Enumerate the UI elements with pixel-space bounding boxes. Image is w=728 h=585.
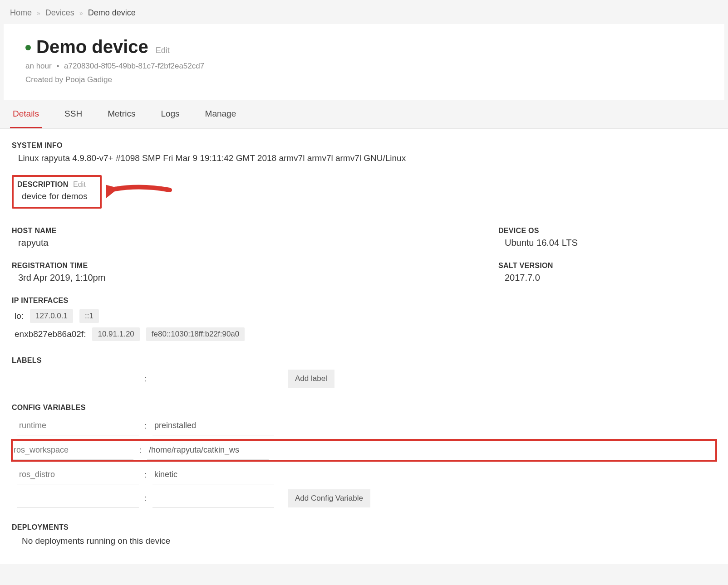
config-variables-label: CONFIG VARIABLES xyxy=(12,404,716,412)
config-var-row: ros_distro : kinetic xyxy=(12,465,716,484)
tab-manage[interactable]: Manage xyxy=(202,100,239,128)
ip-chip: 10.91.1.20 xyxy=(92,327,139,341)
created-by-value: Pooja Gadige xyxy=(65,75,112,84)
device-uuid: a720830d-8f05-49bb-81c7-f2bf2ea52cd7 xyxy=(64,62,204,70)
labels-label: LABELS xyxy=(12,356,716,365)
deployments-value: No deployments running on this device xyxy=(12,536,716,546)
created-by-label: Created by xyxy=(25,75,63,84)
description-highlight-box: DESCRIPTION Edit device for demos xyxy=(12,175,102,209)
add-label-button[interactable]: Add label xyxy=(288,370,334,388)
annotation-arrow-icon xyxy=(106,179,174,203)
breadcrumb-devices[interactable]: Devices xyxy=(45,8,74,17)
salt-version-value: 2017.7.0 xyxy=(498,273,635,283)
ip-interface-name: enxb827eb86a02f: xyxy=(15,329,86,339)
system-info-label: SYSTEM INFO xyxy=(12,141,716,150)
ip-chip: fe80::1030:18ff:b22f:90a0 xyxy=(146,327,245,341)
label-value-input[interactable] xyxy=(152,369,274,388)
left-column: HOST NAME rapyuta REGISTRATION TIME 3rd … xyxy=(12,227,148,297)
ip-interface-row: lo: 127.0.0.1 ::1 xyxy=(12,309,716,323)
config-var-value[interactable]: kinetic xyxy=(152,465,274,484)
config-var-row-new: : Add Config Variable xyxy=(12,489,716,508)
labels-section: LABELS : Add label xyxy=(12,356,716,388)
description-value: device for demos xyxy=(17,191,93,201)
registration-time-value: 3rd Apr 2019, 1:10pm xyxy=(12,273,148,283)
device-age: an hour xyxy=(25,62,52,70)
deployments-label: DEPLOYMENTS xyxy=(12,523,716,531)
salt-version-label: SALT VERSION xyxy=(498,262,635,270)
deployments-section: DEPLOYMENTS No deployments running on th… xyxy=(12,523,716,546)
status-dot-online-icon xyxy=(25,45,31,50)
ip-interfaces-section: IP INTERFACES lo: 127.0.0.1 ::1 enxb827e… xyxy=(12,297,716,341)
config-var-key[interactable]: runtime xyxy=(17,416,139,435)
ip-interface-name: lo: xyxy=(15,311,24,321)
config-var-key[interactable]: ros_workspace xyxy=(12,441,133,460)
device-os-label: DEVICE OS xyxy=(498,227,635,235)
kv-separator: : xyxy=(137,446,143,455)
config-var-key-input[interactable] xyxy=(17,489,139,508)
breadcrumb-sep: » xyxy=(79,10,83,17)
ip-interfaces-label: IP INTERFACES xyxy=(12,297,716,305)
tab-details[interactable]: Details xyxy=(10,100,42,128)
ip-chip: 127.0.0.1 xyxy=(30,309,73,323)
host-name-label: HOST NAME xyxy=(12,227,148,235)
description-label: DESCRIPTION xyxy=(17,180,69,188)
kv-separator: : xyxy=(143,421,149,431)
tabs: Details SSH Metrics Logs Manage xyxy=(0,100,728,129)
config-var-row: runtime : preinstalled xyxy=(12,416,716,435)
tab-metrics[interactable]: Metrics xyxy=(105,100,138,128)
ip-interface-row: enxb827eb86a02f: 10.91.1.20 fe80::1030:1… xyxy=(12,327,716,341)
edit-device-link[interactable]: Edit xyxy=(156,46,170,55)
host-name-value: rapyuta xyxy=(12,238,148,248)
breadcrumb-current: Demo device xyxy=(88,8,136,17)
tab-logs[interactable]: Logs xyxy=(158,100,182,128)
kv-separator: : xyxy=(143,494,149,503)
system-info-value: Linux rapyuta 4.9.80-v7+ #1098 SMP Fri M… xyxy=(12,153,716,163)
kv-separator: : xyxy=(143,374,149,384)
config-variables-section: CONFIG VARIABLES runtime : preinstalled … xyxy=(12,404,716,508)
description-section: DESCRIPTION Edit device for demos xyxy=(12,175,716,209)
right-column: DEVICE OS Ubuntu 16.04 LTS SALT VERSION … xyxy=(498,227,635,297)
registration-time-label: REGISTRATION TIME xyxy=(12,262,148,270)
breadcrumb: Home » Devices » Demo device xyxy=(0,0,728,24)
meta-sep: • xyxy=(56,62,59,70)
breadcrumb-sep: » xyxy=(37,10,40,17)
tab-ssh[interactable]: SSH xyxy=(62,100,85,128)
label-key-input[interactable] xyxy=(17,369,139,388)
config-var-value[interactable]: /home/rapyuta/catkin_ws xyxy=(147,441,269,460)
add-config-variable-button[interactable]: Add Config Variable xyxy=(288,489,370,507)
kv-separator: : xyxy=(143,470,149,480)
config-var-value-input[interactable] xyxy=(152,489,274,508)
breadcrumb-home[interactable]: Home xyxy=(10,8,32,17)
config-var-key[interactable]: ros_distro xyxy=(17,465,139,484)
device-header: Demo device Edit an hour • a720830d-8f05… xyxy=(4,24,724,100)
device-os-value: Ubuntu 16.04 LTS xyxy=(498,238,635,248)
device-title: Demo device xyxy=(36,37,148,57)
ip-chip: ::1 xyxy=(79,309,99,323)
edit-description-link[interactable]: Edit xyxy=(73,180,86,188)
config-var-row-highlighted: ros_workspace : /home/rapyuta/catkin_ws xyxy=(12,440,716,461)
system-info-section: SYSTEM INFO Linux rapyuta 4.9.80-v7+ #10… xyxy=(12,141,716,163)
config-var-value[interactable]: preinstalled xyxy=(152,416,274,435)
